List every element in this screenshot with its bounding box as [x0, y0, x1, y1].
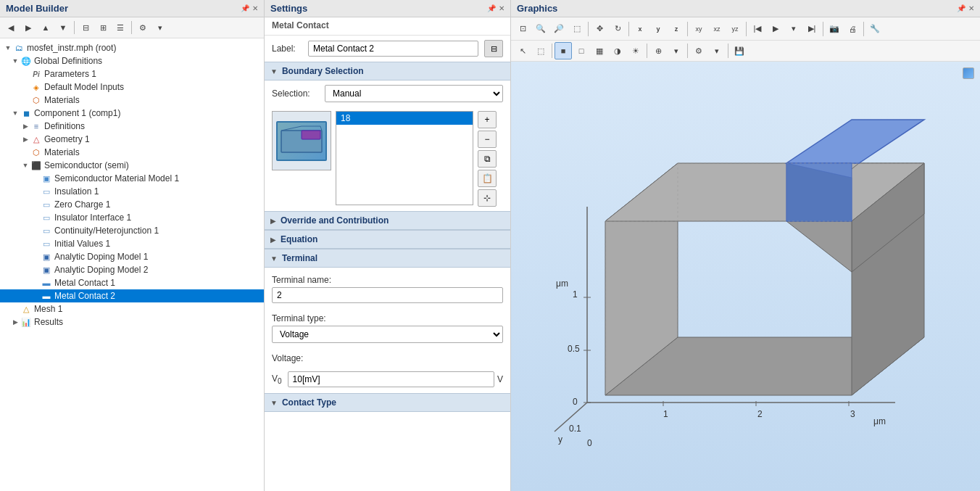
root-toggle[interactable]: ▼ — [3, 44, 13, 51]
y-axis-button[interactable]: y — [649, 20, 667, 38]
results-toggle[interactable]: ▶ — [10, 318, 20, 326]
global-defs-toggle[interactable]: ▼ — [10, 57, 20, 65]
display-settings-button[interactable]: ⚙ — [690, 42, 707, 59]
sidebar-item-initial-values1[interactable]: ▭ Initial Values 1 — [0, 237, 264, 250]
voltage-row: V0 V — [265, 368, 510, 390]
copy-boundary-button[interactable]: ⧉ — [478, 150, 497, 168]
play-button[interactable]: ▶ — [767, 20, 784, 38]
z-axis-button[interactable]: z — [668, 20, 685, 38]
sidebar-item-materials-comp[interactable]: ⬡ Materials — [0, 146, 264, 159]
surface-button[interactable]: ▦ — [591, 42, 608, 59]
zoom-extents-button[interactable]: ⊡ — [514, 20, 531, 38]
graphics-pin-icon[interactable]: 📌 — [957, 4, 966, 12]
select-tool-button[interactable]: ↖ — [514, 42, 531, 59]
settings-button[interactable]: ⚙ — [135, 20, 151, 36]
semi-toggle[interactable]: ▼ — [20, 162, 30, 169]
up-button[interactable]: ▲ — [38, 20, 54, 36]
mesh1-icon: △ — [20, 303, 32, 315]
sidebar-item-metal-contact2[interactable]: ▬ Metal Contact 2 — [0, 289, 264, 302]
xy-plane-button[interactable]: xy — [690, 20, 707, 38]
solid-display-button[interactable]: ■ — [555, 42, 572, 59]
boundary-list-box[interactable]: 18 — [336, 111, 473, 205]
graphics-close-icon[interactable]: ✕ — [968, 4, 974, 12]
sidebar-item-analytic-doping2[interactable]: ▣ Analytic Doping Model 2 — [0, 263, 264, 276]
sidebar-item-zero-charge1[interactable]: ▭ Zero Charge 1 — [0, 198, 264, 211]
close-icon[interactable]: ✕ — [252, 4, 258, 12]
paste-boundary-button[interactable]: 📋 — [478, 170, 497, 187]
yz-plane-button[interactable]: yz — [726, 20, 744, 38]
sidebar-item-global-defs[interactable]: ▼ 🌐 Global Definitions — [0, 54, 264, 67]
back-button[interactable]: ◀ — [3, 20, 19, 36]
sidebar-item-continuity1[interactable]: ▭ Continuity/Heterojunction 1 — [0, 224, 264, 237]
pin-icon[interactable]: 📌 — [241, 4, 249, 12]
terminal-header[interactable]: ▼ Terminal — [265, 249, 510, 268]
settings-pin-icon[interactable]: 📌 — [487, 4, 496, 12]
terminal-name-input[interactable] — [272, 287, 503, 303]
tree-root[interactable]: ▼ 🗂 mosfet_instr.mph (root) — [0, 41, 264, 54]
label-action-button[interactable]: ⊟ — [484, 40, 503, 57]
transparency-button[interactable]: ◑ — [609, 42, 626, 59]
display-dropdown-button[interactable]: ▾ — [668, 42, 685, 59]
first-frame-button[interactable]: |◀ — [749, 20, 766, 38]
sidebar-item-semi[interactable]: ▼ ⬛ Semiconductor (semi) — [0, 159, 264, 172]
label-input[interactable] — [308, 41, 478, 57]
play-dropdown-button[interactable]: ▾ — [785, 20, 802, 38]
geom-toggle[interactable]: ▶ — [20, 136, 30, 143]
sidebar-item-comp1[interactable]: ▼ ◼ Component 1 (comp1) — [0, 107, 264, 120]
list-view-button[interactable]: ☰ — [112, 20, 128, 36]
display-settings-dropdown[interactable]: ▾ — [708, 42, 726, 59]
sidebar-item-default-model[interactable]: ◈ Default Model Inputs — [0, 81, 264, 94]
zoom-out-button[interactable]: 🔎 — [550, 20, 568, 38]
zoom-box-button[interactable]: ⬚ — [568, 20, 586, 38]
select-boundary-button[interactable]: ⊹ — [478, 189, 497, 207]
rubber-band-button[interactable]: ⬚ — [532, 42, 549, 59]
sidebar-item-definitions[interactable]: ▶ ≡ Definitions — [0, 120, 264, 133]
last-frame-button[interactable]: ▶| — [803, 20, 821, 38]
sidebar-item-materials-global[interactable]: ⬡ Materials — [0, 94, 264, 107]
collapse-button[interactable]: ⊟ — [78, 20, 94, 36]
sidebar-item-semi-mat-model[interactable]: ▣ Semiconductor Material Model 1 — [0, 172, 264, 185]
expand-button[interactable]: ⊞ — [95, 20, 111, 36]
sidebar-item-insulation1[interactable]: ▭ Insulation 1 — [0, 185, 264, 198]
add-boundary-button[interactable]: + — [478, 111, 497, 128]
terminal-title: Terminal — [282, 253, 317, 263]
boundary-list-item-18[interactable]: 18 — [336, 112, 473, 125]
sidebar-item-geometry1[interactable]: ▶ △ Geometry 1 — [0, 133, 264, 146]
x-axis-button[interactable]: x — [631, 20, 649, 38]
graphics-canvas[interactable]: 0 0.5 1 μm 1 2 3 μm y 0 0.1 — [511, 62, 980, 491]
voltage-input[interactable] — [288, 371, 494, 387]
init-val-toggle — [30, 240, 41, 247]
export-button[interactable]: 💾 — [731, 42, 748, 59]
light-button[interactable]: ☀ — [627, 42, 644, 59]
pan-button[interactable]: ✥ — [591, 20, 608, 38]
remove-boundary-button[interactable]: − — [478, 131, 497, 148]
selection-dropdown[interactable]: Manual All boundaries From physics — [325, 85, 503, 102]
contact-type-header[interactable]: ▼ Contact Type — [265, 393, 510, 412]
more-display-button[interactable]: ⊕ — [649, 42, 667, 59]
comp1-toggle[interactable]: ▼ — [10, 110, 20, 117]
sidebar-item-mesh1[interactable]: △ Mesh 1 — [0, 302, 264, 315]
boundary-selection-header[interactable]: ▼ Boundary Selection — [265, 62, 510, 81]
sidebar-item-params1[interactable]: Pi Parameters 1 — [0, 67, 264, 81]
down-button[interactable]: ▼ — [55, 20, 71, 36]
terminal-type-dropdown[interactable]: Voltage Current Circuit — [272, 326, 503, 343]
sidebar-item-analytic-doping1[interactable]: ▣ Analytic Doping Model 1 — [0, 250, 264, 263]
sidebar-item-insulator-interface1[interactable]: ▭ Insulator Interface 1 — [0, 211, 264, 224]
screenshot-button[interactable]: 📷 — [826, 20, 843, 38]
override-contribution-header[interactable]: ▶ Override and Contribution — [265, 211, 510, 230]
equation-arrow-icon: ▶ — [270, 236, 276, 244]
settings-close-icon[interactable]: ✕ — [499, 4, 504, 12]
boundary-thumbnail[interactable] — [272, 111, 331, 170]
xz-plane-button[interactable]: xz — [708, 20, 726, 38]
sidebar-item-metal-contact1[interactable]: ▬ Metal Contact 1 — [0, 276, 264, 289]
forward-button[interactable]: ▶ — [20, 20, 36, 36]
print-button[interactable]: 🖨 — [844, 20, 861, 38]
wireframe-button[interactable]: □ — [573, 42, 590, 59]
rotate-button[interactable]: ↻ — [609, 20, 626, 38]
equation-header[interactable]: ▶ Equation — [265, 230, 510, 249]
sidebar-item-results[interactable]: ▶ 📊 Results — [0, 315, 264, 329]
render-settings-button[interactable]: 🔧 — [866, 20, 884, 38]
defs-toggle[interactable]: ▶ — [20, 123, 30, 130]
zoom-in-button[interactable]: 🔍 — [532, 20, 549, 38]
more-button[interactable]: ▾ — [152, 20, 168, 36]
